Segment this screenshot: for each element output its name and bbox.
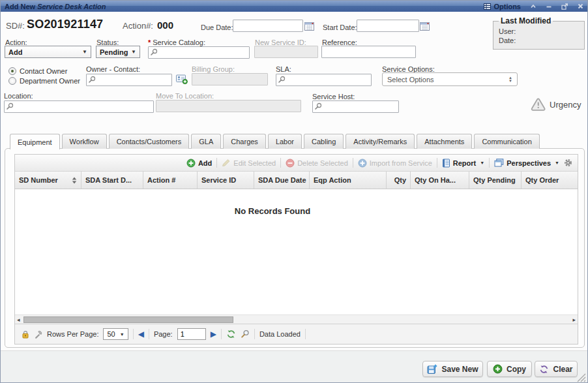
column-header-qty[interactable]: Qty (387, 172, 411, 189)
column-header-action-number[interactable]: Action # (143, 172, 198, 189)
import-from-service-button[interactable]: Import from Service (358, 159, 432, 168)
popout-icon[interactable] (561, 3, 568, 10)
tab-communication[interactable]: Communication (474, 134, 539, 149)
tab-strip: Equipment Workflow Contacts/Customers GL… (10, 134, 540, 149)
horizontal-scrollbar: ◂ ▸ (15, 314, 578, 324)
column-header-service-id[interactable]: Service ID (198, 172, 254, 189)
column-header-eqp-action[interactable]: Eqp Action (310, 172, 387, 189)
close-icon[interactable] (578, 3, 583, 9)
pager-separator (221, 329, 222, 339)
equipment-grid: Add Edit Selected Delete Selected Import… (14, 154, 578, 345)
column-header-qty-pending[interactable]: Qty Pending (469, 172, 522, 189)
due-date-calendar-icon[interactable] (304, 20, 315, 31)
contact-owner-radio[interactable]: Contact Owner (8, 67, 67, 75)
report-button[interactable]: Report ▼ (442, 159, 484, 168)
perspectives-icon (494, 159, 504, 167)
options-label: Options (493, 3, 521, 10)
zoom-search-icon[interactable] (241, 329, 250, 339)
column-header-sda-due-date[interactable]: SDA Due Date (254, 172, 310, 189)
tab-equipment[interactable]: Equipment (10, 134, 60, 149)
tab-workflow[interactable]: Workflow (62, 134, 107, 149)
service-options-select[interactable]: Select Options ▲▼ (382, 72, 518, 86)
chevron-down-icon: ▼ (131, 49, 136, 55)
last-modified-title: Last Modified (499, 16, 553, 25)
tab-gla[interactable]: GLA (191, 134, 221, 149)
action-number-value: 000 (157, 20, 173, 31)
scrollbar-thumb[interactable] (23, 316, 233, 323)
start-date-label: Start Date: (323, 23, 357, 31)
billing-group-input (192, 73, 268, 85)
lock-icon[interactable] (22, 330, 29, 339)
action-select[interactable]: Add▼ (5, 46, 91, 58)
scroll-right-icon[interactable]: ▸ (572, 316, 576, 324)
save-new-icon (427, 364, 437, 375)
start-date-input[interactable] (357, 20, 419, 32)
start-date-calendar-icon[interactable] (419, 20, 430, 31)
options-button[interactable]: Options (484, 3, 521, 10)
perspectives-button[interactable]: Perspectives ▼ (494, 159, 559, 167)
toolbar-separator (353, 158, 353, 168)
location-input[interactable] (4, 100, 154, 113)
tab-charges[interactable]: Charges (223, 134, 266, 149)
sla-input[interactable] (276, 74, 372, 86)
urgency-indicator[interactable]: Urgency (530, 97, 581, 112)
column-header-qty-ordered[interactable]: Qty Order (522, 172, 578, 189)
copy-button[interactable]: Copy (487, 361, 532, 377)
due-date-input[interactable] (233, 20, 303, 32)
last-modified-group: Last Modified User: Date: (493, 16, 585, 50)
clear-refresh-icon (539, 365, 549, 374)
sd-number-value: SO201921147 (27, 18, 103, 31)
tab-cabling[interactable]: Cabling (304, 134, 344, 149)
tab-attachments[interactable]: Attachments (417, 134, 472, 149)
delete-circle-icon (286, 159, 295, 168)
save-new-button[interactable]: Save New (422, 361, 483, 377)
copy-plus-icon (493, 364, 503, 374)
radio-selected-icon (8, 67, 16, 75)
service-desk-action-window: Add New Service Desk Action Options (0, 0, 588, 383)
scroll-left-icon[interactable]: ◂ (17, 316, 20, 324)
rows-per-page-select[interactable]: 50 ▼ (103, 328, 128, 340)
status-select[interactable]: Pending▼ (96, 46, 140, 58)
grid-header-row: SD Number SDA Start D... Action # Servic… (15, 172, 578, 189)
tab-activity-remarks[interactable]: Activity/Remarks (345, 134, 415, 149)
urgency-label: Urgency (550, 100, 581, 110)
resize-grip-icon[interactable] (577, 373, 586, 382)
column-header-qty-on-hand[interactable]: Qty On Ha... (411, 172, 469, 189)
department-owner-radio[interactable]: Department Owner (8, 77, 80, 85)
move-to-location-input (156, 100, 301, 112)
import-circle-icon (358, 159, 367, 168)
collapse-icon[interactable] (530, 3, 537, 9)
radio-unselected-icon (8, 77, 16, 85)
wrench-icon[interactable] (34, 330, 42, 339)
billing-group-label: Billing Group: (192, 65, 235, 73)
service-catalog-input[interactable] (148, 46, 250, 59)
column-header-sda-start-date[interactable]: SDA Start D... (81, 172, 143, 189)
search-icon (88, 76, 96, 84)
add-circle-icon (186, 159, 196, 168)
toolbar-separator (216, 158, 217, 168)
delete-selected-button[interactable]: Delete Selected (286, 159, 348, 168)
tab-content-panel: Add Edit Selected Delete Selected Import… (5, 148, 585, 348)
tab-labor[interactable]: Labor (268, 134, 302, 149)
window-title: Add New Service Desk Action (5, 3, 106, 10)
add-button[interactable]: Add (186, 159, 212, 168)
minimize-icon[interactable] (546, 3, 552, 9)
window-title-prefix: Add New (5, 3, 35, 10)
move-to-location-label: Move To Location: (156, 92, 214, 100)
owner-contact-input[interactable] (86, 74, 172, 86)
warning-triangle-icon (530, 97, 546, 112)
refresh-icon[interactable] (226, 329, 236, 339)
edit-selected-button[interactable]: Edit Selected (222, 159, 276, 167)
clear-button[interactable]: Clear (535, 361, 578, 377)
service-host-input[interactable] (312, 100, 399, 113)
chevron-down-icon: ▼ (120, 332, 125, 337)
next-page-icon[interactable]: ▶ (211, 330, 216, 338)
tab-contacts-customers[interactable]: Contacts/Customers (109, 134, 190, 149)
page-input[interactable] (177, 328, 206, 340)
previous-page-icon[interactable]: ◀ (138, 330, 144, 338)
gear-icon[interactable] (564, 159, 572, 167)
contact-add-icon[interactable] (175, 74, 188, 84)
column-header-sd-number[interactable]: SD Number (15, 172, 81, 189)
reference-input[interactable] (321, 46, 416, 58)
chevron-down-icon: ▼ (555, 161, 559, 165)
